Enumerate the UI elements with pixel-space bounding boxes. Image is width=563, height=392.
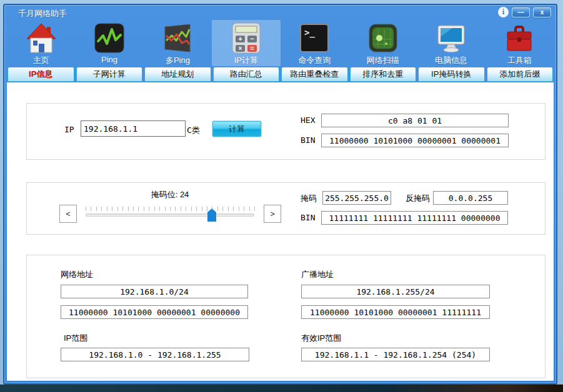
valid-ip-range-field[interactable]: 192.168.1.1 - 192.168.1.254 (254)	[301, 348, 490, 361]
toolbar-item-command[interactable]: >_ 命令查询	[281, 20, 349, 66]
tab-route-overlap-check[interactable]: 路由重叠检查	[281, 67, 348, 82]
tab-ip-info[interactable]: IP信息	[7, 67, 74, 82]
svg-text:×: ×	[238, 45, 242, 52]
result-groupbox: 网络地址 192.168.1.0/24 11000000 10101000 00…	[26, 255, 546, 378]
ip-range-label: IP范围	[64, 333, 87, 344]
minimize-button[interactable]: —	[512, 7, 530, 17]
tab-add-prefix-suffix[interactable]: 添加前后缀	[487, 67, 554, 82]
wildcard-label: 反掩码	[406, 193, 430, 204]
toolbar-item-multi-ping[interactable]: 多Ping	[144, 20, 212, 66]
radar-icon	[367, 22, 399, 54]
terminal-icon: >_	[298, 22, 331, 54]
tab-route-summary[interactable]: 路由汇总	[213, 67, 280, 82]
main-toolbar: 主页 Ping 多Ping	[7, 20, 554, 66]
toolbar-item-label: Ping	[101, 55, 117, 64]
mask-slider-track[interactable]	[86, 213, 254, 217]
info-icon[interactable]: i	[498, 7, 509, 17]
tab-address-planning[interactable]: 地址规划	[144, 67, 211, 82]
network-address-field[interactable]: 192.168.1.0/24	[61, 285, 248, 298]
hex-label: HEX	[301, 115, 315, 125]
bin-field[interactable]: 11000000 10101000 00000001 00000001	[321, 134, 509, 147]
ip-input-groupbox: IP C类 计算 HEX c0 a8 01 01 BIN 11000000 10…	[26, 103, 546, 160]
hex-field[interactable]: c0 a8 01 01	[321, 114, 509, 127]
title-bar: 千月网络助手 i — x	[4, 5, 556, 20]
toolbar-item-label: 多Ping	[166, 55, 190, 66]
window-title: 千月网络助手	[18, 8, 67, 19]
desktop-taskbar-strip	[0, 385, 563, 392]
tab-bar: IP信息 子网计算 地址规划 路由汇总 路由重叠检查 排序和去重 IP掩码转换 …	[7, 67, 554, 82]
tab-subnet-calc[interactable]: 子网计算	[76, 67, 143, 82]
mask-field[interactable]: 255.255.255.0	[322, 191, 391, 205]
monitor-icon	[435, 22, 467, 54]
tab-ip-mask-convert[interactable]: IP掩码转换	[418, 67, 485, 82]
bin-label: BIN	[301, 135, 315, 145]
mask-increase-button[interactable]: >	[264, 205, 281, 223]
toolbar-item-label: 主页	[33, 55, 49, 66]
toolbar-item-pc-info[interactable]: 电脑信息	[417, 20, 485, 66]
ping-icon	[93, 22, 126, 54]
broadcast-address-label: 广播地址	[301, 269, 334, 280]
network-address-bin-field[interactable]: 11000000 10101000 00000001 00000000	[61, 305, 248, 319]
toolbar-item-ip-calc[interactable]: + − × = IP计算	[212, 20, 280, 66]
broadcast-address-bin-field[interactable]: 11000000 10101000 00000001 11111111	[301, 305, 490, 319]
mask-bits-label: 掩码位: 24	[86, 189, 254, 200]
toolbar-item-scan[interactable]: 网络扫描	[349, 20, 417, 66]
mask-slider-ticks	[86, 207, 256, 211]
mask-groupbox: 掩码位: 24 < > 掩码 255.255.255.0 反掩码 0.0.0.2…	[26, 182, 546, 235]
calculate-button[interactable]: 计算	[212, 121, 261, 137]
toolbar-item-label: 命令查询	[298, 55, 331, 66]
svg-text:=: =	[250, 44, 254, 52]
multi-ping-icon	[161, 22, 194, 54]
toolbar-item-toolbox[interactable]: 工具箱	[486, 20, 554, 66]
network-address-label: 网络地址	[61, 269, 93, 280]
valid-ip-range-label: 有效IP范围	[301, 333, 341, 344]
toolbar-item-label: 电脑信息	[435, 55, 467, 66]
ip-input[interactable]	[81, 120, 186, 137]
toolbar-item-label: 网络扫描	[367, 55, 399, 66]
svg-text:+: +	[238, 35, 242, 42]
mask-decrease-button[interactable]: <	[59, 205, 77, 223]
ip-class-label: C类	[187, 125, 200, 136]
toolbar-item-ping[interactable]: Ping	[75, 20, 143, 66]
close-button[interactable]: x	[533, 7, 551, 17]
ip-range-field[interactable]: 192.168.1.0 - 192.168.1.255	[61, 348, 249, 361]
broadcast-address-field[interactable]: 192.168.1.255/24	[301, 285, 490, 298]
toolbar-item-label: 工具箱	[507, 55, 532, 66]
svg-text:>_: >_	[304, 27, 315, 38]
home-icon	[25, 22, 57, 54]
mask-label: 掩码	[301, 193, 317, 204]
mask-bin-field[interactable]: 11111111 11111111 11111111 00000000	[321, 211, 508, 225]
ip-calculator-icon: + − × =	[230, 22, 262, 54]
app-window: 千月网络助手 i — x 主页	[3, 4, 557, 385]
toolbar-item-label: IP计算	[234, 55, 258, 66]
tab-sort-dedup[interactable]: 排序和去重	[350, 67, 417, 82]
toolbox-icon	[503, 22, 536, 54]
toolbar-item-home[interactable]: 主页	[7, 20, 75, 66]
wildcard-field[interactable]: 0.0.0.255	[433, 191, 508, 205]
ip-label: IP	[64, 125, 74, 134]
svg-text:−: −	[250, 35, 254, 42]
mask-bin-label: BIN	[301, 213, 315, 222]
content-area: IP C类 计算 HEX c0 a8 01 01 BIN 11000000 10…	[7, 82, 554, 381]
